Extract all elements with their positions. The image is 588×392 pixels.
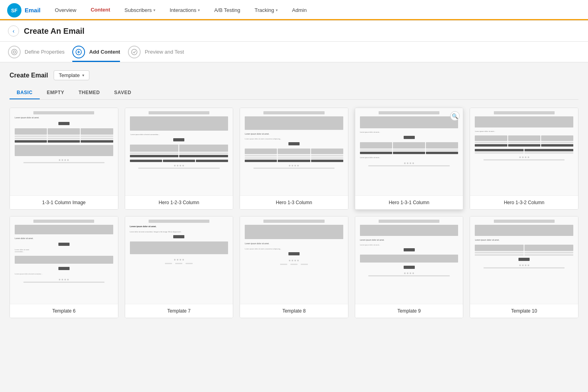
nav-item-content[interactable]: Content xyxy=(83,0,117,20)
tab-themed[interactable]: THEMED xyxy=(72,87,107,99)
main-content: Create Email Template ▾ BASIC EMPTY THEM… xyxy=(0,62,588,392)
top-navigation: SF Email Overview Content Subscribers ▾ … xyxy=(0,0,588,21)
template-card-8[interactable]: Lorem ipsum dolor sit amet. Lorem ipsum … xyxy=(240,216,348,318)
define-properties-label: Define Properties xyxy=(25,49,64,55)
wizard-step-add-content[interactable]: Add Content xyxy=(72,42,128,62)
template-dropdown[interactable]: Template ▾ xyxy=(54,70,89,80)
template-preview-6: Lorem dolor sit amet. Lorem dolor sit am… xyxy=(10,216,118,304)
template-preview-3: Lorem ipsum dolor sit amet. Lorem ipsum … xyxy=(240,108,348,195)
create-email-label: Create Email xyxy=(10,72,48,79)
template-preview-9: Lorem ipsum dolor sit amet. Lorem ipsum … xyxy=(355,216,463,304)
template-grid-row2: Lorem dolor sit amet. Lorem dolor sit am… xyxy=(10,216,578,318)
define-properties-icon xyxy=(8,46,21,58)
template-name-6: Template 6 xyxy=(10,304,118,318)
template-name-3: Hero 1-3 Column xyxy=(240,195,348,209)
nav-items: Overview Content Subscribers ▾ Interacti… xyxy=(48,0,314,20)
tab-empty[interactable]: EMPTY xyxy=(40,87,72,99)
tabs-bar: BASIC EMPTY THEMED SAVED xyxy=(10,87,578,100)
template-name-7: Template 7 xyxy=(125,304,233,318)
tab-basic[interactable]: BASIC xyxy=(10,87,40,99)
tab-saved[interactable]: SAVED xyxy=(107,87,138,99)
template-name-9: Template 9 xyxy=(355,304,463,318)
template-name-8: Template 8 xyxy=(240,304,348,318)
template-grid-row1: Lorem ipsum dolor sit amet. xyxy=(10,108,578,210)
template-preview-5: Lorem ipsum dolor sit amet... xyxy=(470,108,578,195)
template-preview-10: Lorem ipsum dolor sit amet. xyxy=(470,216,578,304)
tracking-chevron: ▾ xyxy=(276,8,278,12)
nav-item-subscribers[interactable]: Subscribers ▾ xyxy=(117,0,162,20)
template-preview-1: Lorem ipsum dolor sit amet. xyxy=(10,108,118,195)
template-card-9[interactable]: Lorem ipsum dolor sit amet. Lorem ipsum … xyxy=(355,216,464,318)
app-name: Email xyxy=(25,7,41,14)
template-card-6[interactable]: Lorem dolor sit amet. Lorem dolor sit am… xyxy=(10,216,118,318)
wizard-bar: Define Properties Add Content Preview an… xyxy=(0,42,588,62)
svg-point-5 xyxy=(132,49,137,55)
svg-text:SF: SF xyxy=(11,8,17,13)
svg-point-2 xyxy=(12,49,17,55)
template-card-hero-1-3-1-column[interactable]: 🔍 Lorem ipsum dolor sit amet... xyxy=(355,108,464,210)
template-preview-7: Lorem ipsum dolor sit amet. Lorem dolor … xyxy=(125,216,233,304)
template-name-4: Hero 1-3-1 Column xyxy=(355,195,463,209)
template-preview-8: Lorem ipsum dolor sit amet. Lorem ipsum … xyxy=(240,216,348,304)
add-content-label: Add Content xyxy=(89,49,120,55)
template-name-1: 1-3-1 Column Image xyxy=(10,195,118,209)
wizard-step-preview[interactable]: Preview and Test xyxy=(128,42,192,62)
nav-item-interactions[interactable]: Interactions ▾ xyxy=(162,0,207,20)
page-title: Create An Email xyxy=(24,27,85,36)
preview-label: Preview and Test xyxy=(145,49,184,55)
svg-point-3 xyxy=(13,51,15,53)
template-dropdown-chevron: ▾ xyxy=(82,73,84,77)
template-preview-4: 🔍 Lorem ipsum dolor sit amet... xyxy=(355,108,463,195)
template-card-1-3-1-column-image[interactable]: Lorem ipsum dolor sit amet. xyxy=(10,108,118,210)
template-card-hero-1-3-2-column[interactable]: Lorem ipsum dolor sit amet... xyxy=(470,108,578,210)
nav-item-overview[interactable]: Overview xyxy=(48,0,83,20)
template-name-5: Hero 1-3-2 Column xyxy=(470,195,578,209)
back-button[interactable]: ‹ xyxy=(8,25,19,37)
template-name-2: Hero 1-2-3 Column xyxy=(125,195,233,209)
subscribers-chevron: ▾ xyxy=(153,8,155,12)
add-content-icon xyxy=(72,46,85,58)
template-name-10: Template 10 xyxy=(470,304,578,318)
preview-icon xyxy=(128,46,141,58)
template-card-hero-1-2-3-column[interactable]: Lorem ipsum dolor sit amet consectetur..… xyxy=(125,108,234,210)
interactions-chevron: ▾ xyxy=(198,8,200,12)
nav-item-ab-testing[interactable]: A/B Testing xyxy=(207,0,248,20)
template-dropdown-label: Template xyxy=(59,72,80,78)
wizard-step-define-properties[interactable]: Define Properties xyxy=(8,42,72,62)
template-card-7[interactable]: Lorem ipsum dolor sit amet. Lorem dolor … xyxy=(125,216,234,318)
page-header: ‹ Create An Email xyxy=(0,21,588,42)
template-preview-2: Lorem ipsum dolor sit amet consectetur..… xyxy=(125,108,233,195)
create-email-row: Create Email Template ▾ xyxy=(10,70,578,80)
nav-item-admin[interactable]: Admin xyxy=(285,0,314,20)
app-logo[interactable]: SF Email xyxy=(0,3,48,17)
nav-item-tracking[interactable]: Tracking ▾ xyxy=(248,0,285,20)
template-card-hero-1-3-column[interactable]: Lorem ipsum dolor sit amet. Lorem ipsum … xyxy=(240,108,348,210)
template-card-10[interactable]: Lorem ipsum dolor sit amet. xyxy=(470,216,578,318)
